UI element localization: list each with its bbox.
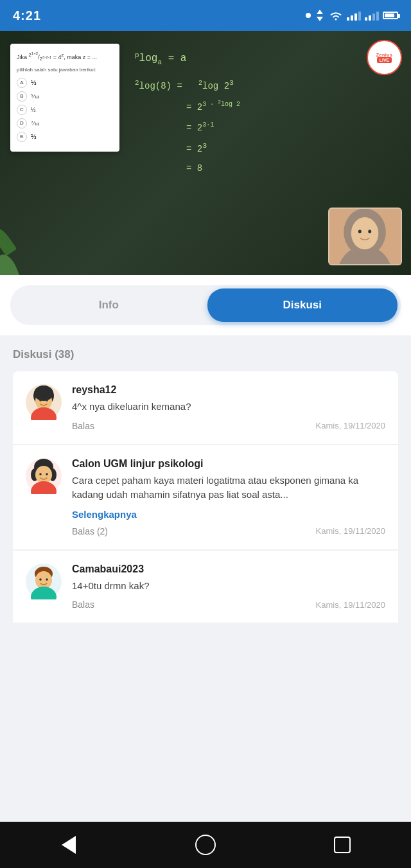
svg-point-6 (358, 229, 362, 233)
svg-marker-0 (317, 10, 323, 14)
math-step-1: 2log(8) = 2log 23 (135, 77, 334, 93)
comment-body-2: Calon UGM linjur psikologi Cara cepet pa… (72, 458, 385, 536)
math-header: ploga = a (135, 50, 334, 68)
math-step-2: = 23 · 2log 2 (186, 98, 334, 114)
comment-card-3: Camabaui2023 14+0tu drmn kak? Balas Kami… (13, 551, 398, 623)
comment-card-2: Calon UGM linjur psikologi Cara cepet pa… (13, 445, 398, 549)
signal-bars-2-icon (365, 10, 379, 21)
math-step-4: = 23 (186, 140, 334, 156)
plant-decoration (5, 224, 44, 275)
svg-point-11 (34, 385, 53, 401)
question-problem: Jika 21+2/23·2-1 = 4z, maka z = ... (17, 50, 113, 63)
comment-text-3: 14+0tu drmn kak? (72, 579, 385, 594)
recents-button[interactable] (328, 831, 356, 859)
tab-info[interactable]: Info (13, 288, 204, 322)
back-icon (62, 836, 76, 854)
status-time: 4:21 (13, 8, 41, 23)
avatar-1 (26, 384, 62, 420)
comment-footer-3: Balas Kamis, 19/11/2020 (72, 599, 385, 610)
teacher-avatar (329, 208, 401, 265)
option-b: B ⁵⁄₁₂ (17, 91, 113, 102)
reply-button-1[interactable]: Balas (72, 421, 94, 431)
user-avatar-1 (26, 384, 62, 420)
discussion-header: Diskusi (38) (13, 348, 398, 361)
svg-point-28 (46, 578, 48, 581)
comment-date-3: Kamis, 19/11/2020 (316, 600, 385, 610)
svg-point-5 (351, 217, 378, 249)
question-card: Jika 21+2/23·2-1 = 4z, maka z = ... pili… (10, 44, 119, 152)
comment-footer-1: Balas Kamis, 19/11/2020 (72, 421, 385, 431)
discussion-section: Diskusi (38) reysha12 4^x (0, 335, 411, 669)
svg-point-25 (35, 571, 52, 589)
dot-icon (306, 13, 311, 18)
svg-point-13 (39, 399, 42, 402)
svg-point-14 (46, 399, 48, 402)
svg-marker-1 (317, 17, 323, 21)
option-c: C ½ (17, 105, 113, 115)
avatar-3 (26, 563, 62, 599)
comment-card-1: reysha12 4^x nya dikeluarin kemana? Bala… (13, 371, 398, 444)
blackboard-background: Jika 21+2/23·2-1 = 4z, maka z = ... pili… (0, 31, 411, 275)
comment-footer-2: Balas (2) Kamis, 19/11/2020 (72, 526, 385, 536)
signal-bars-icon (347, 10, 361, 21)
video-player[interactable]: Jika 21+2/23·2-1 = 4z, maka z = ... pili… (0, 31, 411, 275)
user-avatar-2 (26, 458, 62, 494)
option-e: E ⅔ (17, 132, 113, 142)
option-a: A ⅓ (17, 78, 113, 88)
svg-point-22 (46, 473, 48, 475)
comment-body-1: reysha12 4^x nya dikeluarin kemana? Bala… (72, 384, 385, 431)
reply-button-2[interactable]: Balas (2) (72, 526, 108, 536)
tab-diskusi[interactable]: Diskusi (207, 288, 398, 322)
tabs-container: Info Diskusi (0, 275, 411, 335)
data-transfer-icon (315, 10, 325, 21)
home-icon (195, 835, 216, 855)
brand-name: Zenius (376, 53, 393, 57)
live-badge: LIVE (377, 57, 392, 63)
svg-point-21 (39, 473, 42, 475)
bottom-navigation (0, 822, 411, 868)
wifi-icon (329, 10, 343, 21)
user-avatar-3 (26, 563, 62, 599)
comment-username-1: reysha12 (72, 384, 385, 396)
svg-point-19 (35, 466, 52, 484)
math-step-5: = 8 (186, 161, 334, 175)
back-button[interactable] (55, 831, 83, 859)
svg-point-7 (368, 229, 371, 233)
home-button[interactable] (191, 831, 220, 859)
recents-icon (334, 837, 351, 853)
question-instruction: pilihlah salah satu jawaban berikut: (17, 67, 113, 73)
comment-username-3: Camabaui2023 (72, 563, 385, 575)
read-more-link-2[interactable]: Selengkapnya (72, 509, 385, 520)
comment-date-1: Kamis, 19/11/2020 (316, 421, 385, 430)
battery-icon (383, 12, 398, 19)
avatar-2 (26, 458, 62, 494)
svg-point-27 (39, 578, 42, 581)
math-step-3: = 23·1 (186, 120, 334, 135)
reply-button-3[interactable]: Balas (72, 599, 94, 610)
tabs-row: Info Diskusi (10, 285, 401, 325)
teacher-video-thumbnail (328, 208, 402, 265)
status-bar: 4:21 (0, 0, 411, 31)
comment-text-2: Cara cepet paham kaya materi logatitma a… (72, 474, 385, 502)
comment-body-3: Camabaui2023 14+0tu drmn kak? Balas Kami… (72, 563, 385, 610)
comment-date-2: Kamis, 19/11/2020 (316, 526, 385, 536)
comment-text-1: 4^x nya dikeluarin kemana? (72, 400, 385, 414)
option-d: D ⁷⁄₁₂ (17, 118, 113, 128)
math-content: ploga = a 2log(8) = 2log 23 = 23 · 2log … (135, 50, 334, 181)
comment-username-2: Calon UGM linjur psikologi (72, 458, 385, 470)
brand-logo: Zenius LIVE (367, 40, 402, 75)
status-icons (306, 10, 398, 21)
